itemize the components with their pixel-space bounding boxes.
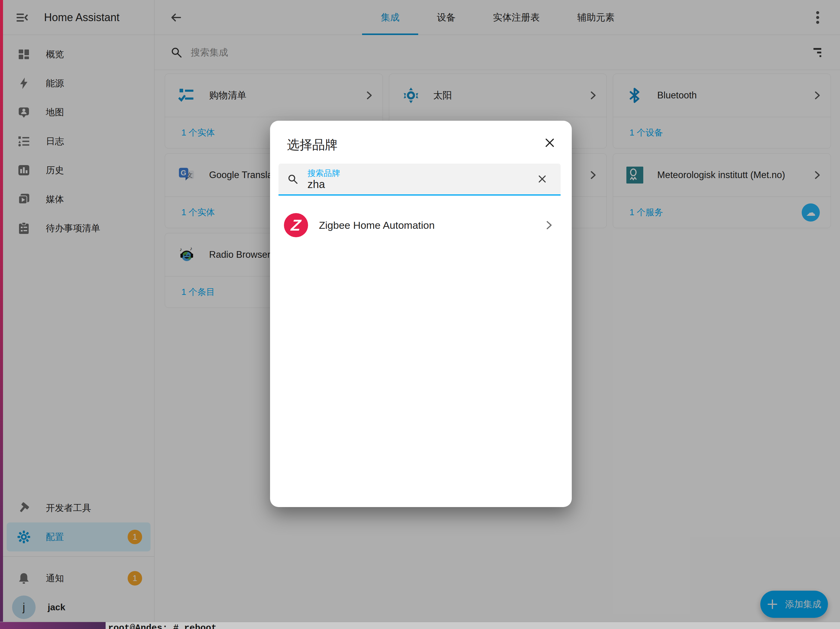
screen: Home Assistant 概览 能源 地图 日志 历史 (0, 0, 840, 629)
terminal-text: root@Andes: # reboot (108, 623, 216, 629)
terminal-strip: root@Andes: # reboot (0, 622, 840, 629)
chevron-right-icon (544, 220, 554, 230)
desktop-edge-strip (0, 0, 3, 629)
zigbee-logo: Z (284, 213, 308, 237)
close-icon[interactable] (542, 134, 558, 151)
search-icon (287, 173, 299, 185)
brand-result-title: Zigbee Home Automation (319, 220, 435, 231)
dialog-title: 选择品牌 (287, 136, 338, 153)
input-underline (278, 194, 561, 196)
select-brand-dialog: 选择品牌 搜索品牌 zha Z Zigbee Home Automation (270, 121, 572, 507)
search-field-label: 搜索品牌 (308, 168, 340, 179)
brand-search-input[interactable]: 搜索品牌 zha (278, 164, 561, 196)
brand-result-zha[interactable]: Z Zigbee Home Automation (270, 208, 572, 242)
search-field-value: zha (308, 178, 325, 191)
clear-icon[interactable] (537, 174, 547, 184)
terminal-strip-purple (0, 622, 106, 629)
